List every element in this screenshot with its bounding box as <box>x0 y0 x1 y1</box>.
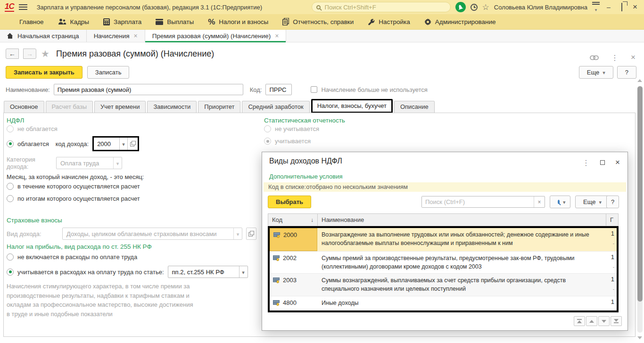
menu-item-payments[interactable]: Выплаты <box>156 18 194 25</box>
scrollbar-thumb[interactable] <box>637 86 643 302</box>
more-button[interactable]: Еще <box>579 66 613 79</box>
go-previous-button[interactable] <box>586 316 597 326</box>
name-input[interactable] <box>54 84 243 95</box>
tab-premium-accrual[interactable]: Премия разовая (суммой) (Начисление) <box>145 30 287 42</box>
table-row[interactable]: 2002 Суммы премий за производственные ре… <box>270 252 617 274</box>
income-code-dropdown[interactable] <box>119 138 127 150</box>
income-category-row: Категория дохода: Оплата труда <box>7 156 122 170</box>
list-item-icon <box>273 300 280 306</box>
dialog-more-dots-icon[interactable] <box>582 158 590 167</box>
table-row[interactable]: 4800 Иные доходы 1- <box>270 296 617 313</box>
menu-item-hr[interactable]: Кадры <box>58 18 89 25</box>
table-header: Код Наименование Г <box>268 213 619 226</box>
select-button[interactable]: Выбрать <box>268 196 311 208</box>
restore-button[interactable] <box>618 3 626 11</box>
radio-included-by-article[interactable] <box>7 269 14 276</box>
more-dots-icon[interactable] <box>611 53 619 62</box>
table-row[interactable]: 2003 Суммы вознаграждений, выплачиваемых… <box>270 274 617 296</box>
sort-descending-icon <box>311 216 314 223</box>
tab-time-accounting[interactable]: Учет времени <box>94 101 146 113</box>
table-row[interactable]: 2000 Вознаграждение за выполнение трудов… <box>270 228 617 252</box>
tab-taxes-contributions[interactable]: Налоги, взносы, бухучет <box>311 99 393 113</box>
menu-label: Администрирование <box>435 18 496 25</box>
menu-item-taxes[interactable]: % Налоги и взносы <box>208 18 268 26</box>
column-code[interactable]: Код <box>268 214 318 226</box>
main-menu-icon[interactable] <box>19 4 27 10</box>
close-window-button[interactable] <box>631 2 639 12</box>
list-item-icon <box>273 232 280 238</box>
link-icon[interactable] <box>590 55 599 60</box>
article-combo[interactable]: пп.2, ст.255 НК РФ <box>168 266 248 278</box>
percent-icon: % <box>208 18 215 26</box>
menu-item-main[interactable]: Главное <box>8 18 44 25</box>
main-fields: Наименование: Код: Начисление больше не … <box>6 84 428 95</box>
unused-checkbox[interactable] <box>311 86 317 93</box>
income-code-open-button[interactable] <box>127 138 138 150</box>
income-types-dialog: Виды доходов НДФЛ Дополнительные условия… <box>262 152 628 331</box>
forward-button[interactable] <box>23 49 36 59</box>
go-next-button[interactable] <box>598 316 610 326</box>
income-type-value: Доходы, целиком облагаемые страховыми вз… <box>63 228 233 239</box>
scrollbar-down-arrow[interactable] <box>637 336 642 339</box>
tab-accruals[interactable]: Начисления <box>87 30 145 42</box>
dialog-help-button[interactable]: ? <box>606 196 619 208</box>
scrollbar-up-arrow[interactable] <box>637 79 642 82</box>
menu-item-settings[interactable]: Настройка <box>368 18 410 25</box>
radio-label: не включается в расходы по оплате труда <box>17 253 137 261</box>
chevron-down-icon <box>563 198 566 205</box>
bell-icon <box>457 4 464 10</box>
income-code-value[interactable]: 2000 <box>94 138 119 150</box>
dialog-more-button[interactable]: Еще <box>575 196 610 208</box>
current-user[interactable]: Соловьева Юлия Владимировна <box>494 4 587 11</box>
minimize-button[interactable]: – <box>604 3 613 11</box>
close-tab-icon[interactable] <box>275 32 279 40</box>
tab-average-earnings[interactable]: Средний заработок <box>242 101 309 113</box>
save-button[interactable]: Записать <box>87 66 130 79</box>
service-menu-icon[interactable] <box>592 2 600 13</box>
tab-main[interactable]: Основное <box>4 101 44 113</box>
menu-label: Выплаты <box>167 18 194 25</box>
radio-month-during[interactable] <box>7 183 14 190</box>
menu-item-administration[interactable]: Администрирование <box>424 18 496 25</box>
close-form-icon[interactable] <box>631 53 636 62</box>
category-value: Оплата труда <box>57 157 113 169</box>
favorite-star-icon[interactable] <box>41 48 50 59</box>
column-name[interactable]: Наименование <box>318 214 606 226</box>
code-input[interactable] <box>265 84 292 95</box>
notifications-button[interactable] <box>455 2 466 12</box>
global-search[interactable] <box>312 2 451 12</box>
column-truncated[interactable]: Г <box>606 214 618 226</box>
history-icon[interactable] <box>471 4 478 11</box>
ndfl-taxed-option: облагается код дохода: 2000 <box>7 136 139 152</box>
tab-home[interactable]: Начальная страница <box>0 30 87 42</box>
radio-taxed[interactable] <box>7 140 14 147</box>
go-last-button[interactable] <box>611 316 622 326</box>
table-body-highlighted: 2000 Вознаграждение за выполнение трудов… <box>268 226 619 312</box>
dialog-close-icon[interactable] <box>615 158 620 167</box>
additional-conditions-link[interactable]: Дополнительные условия <box>269 173 343 180</box>
back-button[interactable] <box>6 49 19 59</box>
radio-stats-not-counted <box>264 125 271 132</box>
tab-priority[interactable]: Приоритет <box>198 101 240 113</box>
save-and-close-button[interactable]: Записать и закрыть <box>6 66 83 79</box>
favorites-icon[interactable] <box>482 2 489 12</box>
close-tab-icon[interactable] <box>134 32 138 40</box>
income-type-combo: Доходы, целиком облагаемые страховыми вз… <box>62 228 242 240</box>
radio-not-included[interactable] <box>7 253 14 261</box>
tab-description[interactable]: Описание <box>394 101 435 113</box>
chevron-down-icon <box>603 69 605 76</box>
global-search-input[interactable] <box>324 3 437 11</box>
help-button[interactable]: ? <box>617 66 636 79</box>
dialog-maximize-icon[interactable] <box>600 160 605 165</box>
search-options-button[interactable] <box>550 196 570 208</box>
tab-dependencies[interactable]: Зависимости <box>147 101 197 113</box>
income-type-open-button[interactable] <box>246 228 256 240</box>
radio-month-results[interactable] <box>7 195 14 202</box>
income-type-label: Вид дохода: <box>7 230 58 237</box>
dialog-search-input[interactable] <box>422 196 534 207</box>
income-code-label: код дохода: <box>56 140 89 147</box>
clear-search-icon[interactable]: × <box>534 196 545 207</box>
go-first-button[interactable] <box>574 316 585 326</box>
menu-item-reports[interactable]: Отчетность, справки <box>282 18 354 25</box>
menu-item-salary[interactable]: Зарплата <box>103 18 141 25</box>
